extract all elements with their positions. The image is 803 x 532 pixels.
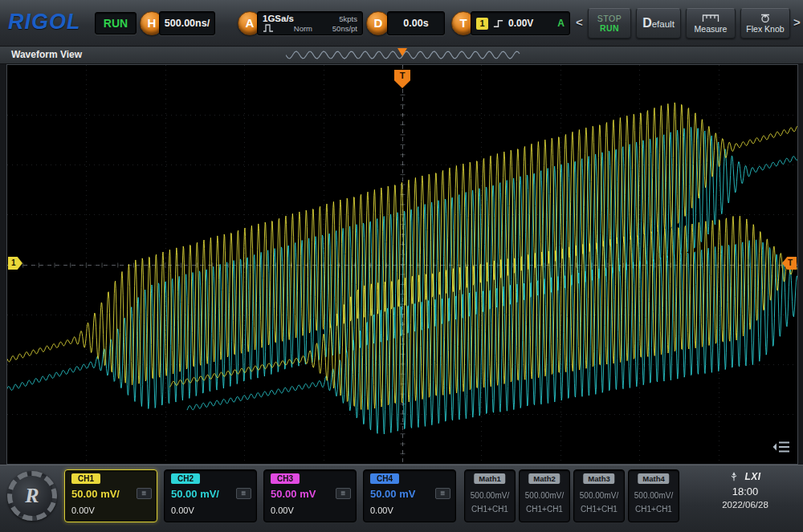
- math3-scale: 500.00mV/: [574, 491, 624, 500]
- stop-run-button[interactable]: STOP RUN: [588, 8, 631, 39]
- measure-button[interactable]: Measure: [686, 8, 736, 39]
- delay-value: 0.00s: [403, 18, 428, 29]
- flex-knob-label: Flex Knob: [746, 24, 784, 34]
- math2-expr: CH1+CH1: [520, 505, 569, 514]
- waveform-view-title: Waveform View: [11, 49, 82, 60]
- math4-scale: 500.00mV/: [629, 491, 679, 500]
- ch4-offset: 0.00V: [370, 506, 393, 515]
- channel-box-ch3[interactable]: CH3 50.00 mV ≡ 0.00V: [263, 469, 357, 522]
- channel-box-ch2[interactable]: CH2 50.00 mV/ ≡ 0.00V: [164, 469, 257, 522]
- acquire-display[interactable]: 1GSa/s 5kpts Norm 50ns/pt: [257, 11, 363, 35]
- math1-scale: 500.00mV/: [465, 491, 515, 500]
- ch2-chip: CH2: [171, 473, 200, 484]
- trigger-source-chip: 1: [476, 18, 488, 30]
- rising-edge-icon: [492, 18, 504, 30]
- ch2-scale: 50.00 mV/: [171, 488, 219, 500]
- waveform-display: T 1 T: [6, 64, 798, 465]
- run-label: RUN: [600, 23, 619, 33]
- gear-logo-letter: R: [25, 484, 39, 507]
- default-label: Default: [642, 16, 675, 30]
- run-status-text: RUN: [104, 17, 128, 30]
- ch3-scale: 50.00 mV: [271, 488, 316, 500]
- oscilloscope-screen: { "header": { "logo": "RIGOL", "run_stat…: [0, 0, 803, 532]
- ch4-chip: CH4: [370, 473, 399, 484]
- timebase-value: 500.00ns/: [165, 18, 210, 29]
- measure-icon: [702, 14, 719, 22]
- math-box-4[interactable]: Math4 500.00mV/ CH1+CH1: [628, 469, 679, 522]
- flex-knob-button[interactable]: Flex Knob: [740, 8, 790, 39]
- run-status-badge: RUN: [95, 12, 137, 35]
- channel-box-ch1[interactable]: CH1 50.00 mV/ ≡ 0.00V: [64, 469, 157, 522]
- math-box-2[interactable]: Math2 500.00mV/ CH1+CH1: [519, 469, 570, 522]
- lxi-logo: LXI: [744, 471, 760, 482]
- trigger-position-marker[interactable]: [397, 48, 407, 56]
- pulse-icon: [263, 23, 274, 33]
- math2-scale: 500.00mV/: [520, 491, 569, 500]
- ch3-chip: CH3: [271, 473, 300, 484]
- math3-expr: CH1+CH1: [574, 505, 624, 514]
- status-block: LXI 18:00 2022/06/28: [692, 470, 798, 510]
- delay-display[interactable]: 0.00s: [387, 11, 445, 35]
- math4-expr: CH1+CH1: [629, 505, 679, 514]
- rigol-gear-menu-button[interactable]: R: [7, 471, 57, 521]
- ch4-scale: 50.00 mV: [370, 488, 415, 500]
- clock-time: 18:00: [692, 485, 798, 497]
- sample-rate: 1GSa/s: [263, 14, 294, 23]
- top-bar: RIGOL RUN H 500.00ns/ A 1GSa/s 5kpts Nor…: [0, 0, 803, 47]
- ch2-coupling-icon: ≡: [236, 488, 251, 499]
- math-box-1[interactable]: Math1 500.00mV/ CH1+CH1: [464, 469, 516, 522]
- quick-menu-icon[interactable]: [772, 440, 791, 454]
- rigol-logo: RIGOL: [8, 10, 81, 35]
- ch1-chip: CH1: [71, 473, 100, 484]
- ch4-coupling-icon: ≡: [435, 488, 450, 499]
- math1-chip: Math1: [474, 473, 505, 484]
- trigger-display[interactable]: 1 0.00V A: [471, 11, 570, 35]
- ch2-offset: 0.00V: [171, 506, 194, 515]
- math-box-3[interactable]: Math3 500.00mV/ CH1+CH1: [573, 469, 625, 522]
- trigger-sweep-mode: A: [557, 18, 565, 29]
- ch1-offset: 0.00V: [71, 506, 95, 515]
- math2-chip: Math2: [528, 473, 560, 484]
- sample-interval: 50ns/pt: [332, 24, 357, 33]
- channel-box-ch4[interactable]: CH4 50.00 mV ≡ 0.00V: [363, 469, 456, 522]
- usb-icon: [729, 471, 739, 482]
- toolbar-scroll-left-icon[interactable]: <: [576, 15, 583, 29]
- math1-expr: CH1+CH1: [465, 505, 515, 514]
- trigger-level-value: 0.00V: [508, 18, 533, 29]
- ch1-scale: 50.00 mV/: [71, 488, 120, 500]
- memory-depth: 5kpts: [339, 14, 357, 23]
- waveform-canvas[interactable]: [7, 65, 797, 464]
- timebase-display[interactable]: 500.00ns/: [159, 11, 215, 35]
- math3-chip: Math3: [583, 473, 614, 484]
- waveform-view-strip: Waveform View: [0, 47, 803, 64]
- ch3-offset: 0.00V: [271, 506, 294, 515]
- toolbar-scroll-right-icon[interactable]: >: [793, 15, 801, 29]
- stop-label: STOP: [597, 14, 622, 23]
- measure-label: Measure: [695, 24, 728, 34]
- math4-chip: Math4: [638, 473, 669, 484]
- acquire-mode: Norm: [294, 24, 312, 33]
- default-button[interactable]: Default: [636, 8, 681, 39]
- ch1-coupling-icon: ≡: [137, 488, 152, 499]
- flex-knob-icon: [758, 14, 772, 22]
- ch3-coupling-icon: ≡: [336, 488, 351, 499]
- clock-date: 2022/06/28: [692, 500, 798, 510]
